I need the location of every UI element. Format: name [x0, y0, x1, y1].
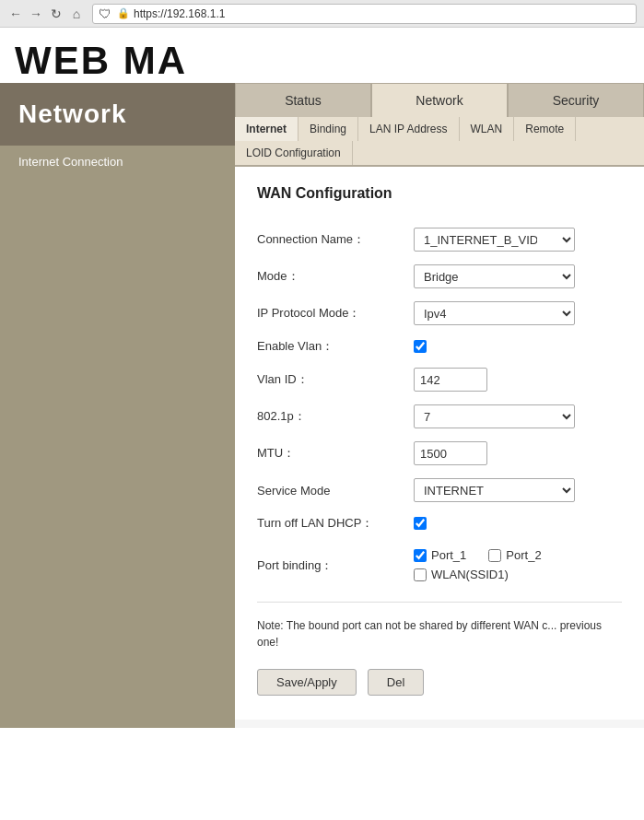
subnav-wlan[interactable]: WLAN [460, 117, 515, 141]
turn-off-dhcp-row: Turn off LAN DHCP： [257, 515, 622, 532]
port-binding-section: Port_1 Port_2 WLAN(SSID1) [414, 548, 542, 587]
sidebar-header: Network [0, 83, 235, 146]
port-binding-row: Port binding： Port_1 Port_2 [257, 545, 622, 587]
dot1p-select[interactable]: 0123 4567 [414, 404, 575, 428]
mode-row: Mode： Bridge PPPoE IPoE [257, 264, 622, 288]
enable-vlan-row: Enable Vlan： [257, 338, 622, 355]
sub-nav: Internet Binding LAN IP Address WLAN Rem… [235, 117, 644, 167]
shield-icon: 🛡 [99, 6, 111, 21]
form-area: WAN Configuration Connection Name： 1_INT… [235, 167, 644, 720]
lock-icon: 🔒 [117, 7, 130, 19]
form-title: WAN Configuration [257, 185, 622, 209]
mtu-input[interactable] [414, 441, 487, 465]
enable-vlan-checkbox[interactable] [414, 340, 427, 353]
home-button[interactable]: ⌂ [68, 6, 85, 22]
service-mode-row: Service Mode INTERNET TR069 VOIP OTHER [257, 478, 622, 502]
url-text: https://192.168.1.1 [134, 7, 225, 20]
mode-select[interactable]: Bridge PPPoE IPoE [414, 264, 575, 288]
connection-name-row: Connection Name： 1_INTERNET_B_VID_1↵ [257, 228, 622, 252]
mode-label: Mode： [257, 268, 414, 285]
subnav-binding[interactable]: Binding [299, 117, 358, 141]
port1-item: Port_1 [414, 548, 466, 562]
note-text: Note: The bound port can not be shared b… [257, 602, 622, 650]
tab-status[interactable]: Status [235, 83, 371, 117]
connection-name-select[interactable]: 1_INTERNET_B_VID_1↵ [414, 228, 575, 252]
port2-checkbox[interactable] [488, 549, 501, 562]
ip-protocol-row: IP Protocol Mode： Ipv4 Ipv6 Ipv4/Ipv6 [257, 301, 622, 325]
tab-security[interactable]: Security [508, 83, 644, 117]
port1-checkbox[interactable] [414, 549, 427, 562]
port1-label: Port_1 [431, 548, 466, 562]
connection-name-label: Connection Name： [257, 231, 414, 248]
del-button[interactable]: Del [368, 669, 425, 696]
service-mode-label: Service Mode [257, 484, 414, 498]
subnav-loid[interactable]: LOID Configuration [235, 141, 353, 165]
port-binding-label: Port binding： [257, 557, 414, 574]
port-row-1: Port_1 Port_2 [414, 548, 542, 562]
vlan-id-label: Vlan ID： [257, 371, 414, 388]
port2-label: Port_2 [506, 548, 541, 562]
mtu-label: MTU： [257, 445, 414, 462]
subnav-lan-ip[interactable]: LAN IP Address [358, 117, 460, 141]
url-bar[interactable]: 🛡 🔒 https://192.168.1.1 [92, 4, 637, 24]
browser-bar: ← → ↻ ⌂ 🛡 🔒 https://192.168.1.1 [0, 0, 644, 28]
subnav-remote[interactable]: Remote [514, 117, 576, 141]
app-header: WEB MA [0, 28, 644, 83]
vlan-id-row: Vlan ID： [257, 368, 622, 392]
dot1p-label: 802.1p： [257, 408, 414, 425]
dot1p-row: 802.1p： 0123 4567 [257, 404, 622, 428]
service-mode-select[interactable]: INTERNET TR069 VOIP OTHER [414, 478, 575, 502]
back-button[interactable]: ← [7, 6, 24, 22]
button-row: Save/Apply Del [257, 669, 622, 696]
refresh-button[interactable]: ↻ [48, 6, 64, 22]
ip-protocol-label: IP Protocol Mode： [257, 305, 414, 322]
wlan-label: WLAN(SSID1) [431, 568, 509, 581]
wlan-checkbox[interactable] [414, 568, 427, 581]
content-area: Status Network Security Internet Binding… [235, 83, 644, 728]
ip-protocol-select[interactable]: Ipv4 Ipv6 Ipv4/Ipv6 [414, 301, 575, 325]
enable-vlan-label: Enable Vlan： [257, 338, 414, 355]
turn-off-dhcp-label: Turn off LAN DHCP： [257, 515, 414, 532]
vlan-id-input[interactable] [414, 368, 487, 392]
port2-item: Port_2 [488, 548, 541, 562]
sidebar: Network Internet Connection [0, 83, 235, 728]
mtu-row: MTU： [257, 441, 622, 465]
wlan-item: WLAN(SSID1) [414, 568, 509, 581]
port-row-2: WLAN(SSID1) [414, 568, 542, 581]
turn-off-dhcp-checkbox[interactable] [414, 517, 427, 530]
main-layout: Network Internet Connection Status Netwo… [0, 83, 644, 728]
app-title: WEB MA [15, 35, 187, 83]
top-nav: Status Network Security [235, 83, 644, 117]
save-apply-button[interactable]: Save/Apply [257, 669, 357, 696]
subnav-internet[interactable]: Internet [235, 117, 299, 141]
tab-network[interactable]: Network [371, 83, 508, 117]
sidebar-item-internet-connection[interactable]: Internet Connection [0, 146, 235, 178]
forward-button[interactable]: → [28, 6, 44, 22]
